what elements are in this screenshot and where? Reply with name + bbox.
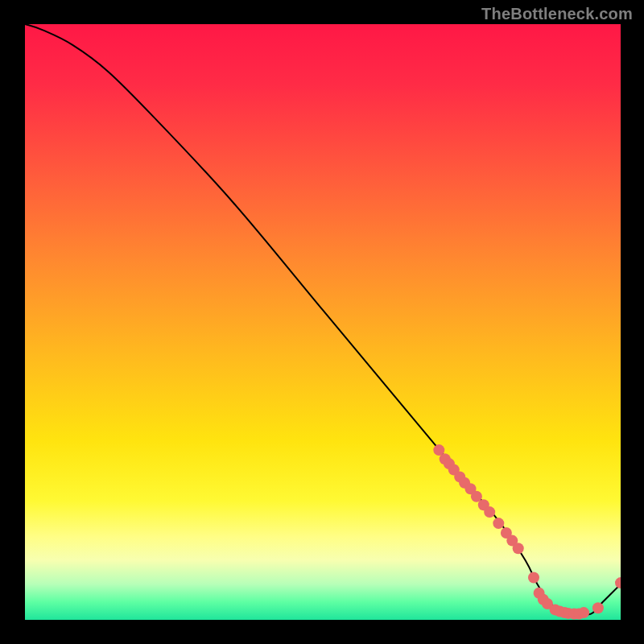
watermark-text: TheBottleneck.com [481,5,633,23]
data-point [528,572,539,584]
data-point [615,577,621,588]
data-markers [433,444,621,620]
data-point [513,543,524,554]
data-point [484,506,495,518]
data-point [578,607,589,618]
plot-area [25,24,621,620]
chart-svg [25,24,621,620]
data-point [592,602,604,613]
data-point [493,518,504,529]
bottleneck-curve [25,24,621,615]
chart-stage: TheBottleneck.com [0,0,644,644]
